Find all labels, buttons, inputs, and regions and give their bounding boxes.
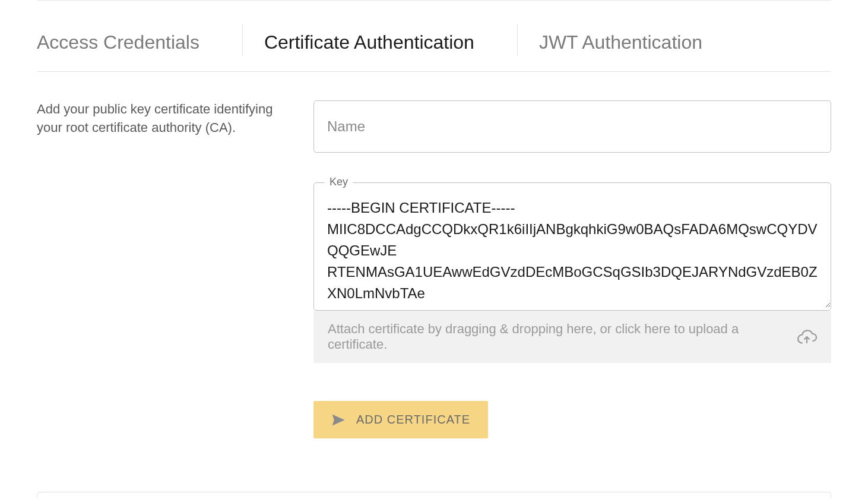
add-certificate-label: ADD CERTIFICATE — [356, 413, 470, 427]
bottom-panel-edge — [37, 492, 831, 498]
tab-separator — [242, 24, 243, 56]
form-description: Add your public key certificate identify… — [37, 100, 285, 137]
key-label: Key — [325, 176, 353, 188]
top-divider — [37, 0, 831, 1]
tab-certificate-authentication[interactable]: Certificate Authentication — [264, 31, 496, 67]
certificate-form: Add your public key certificate identify… — [37, 72, 831, 438]
certificate-key-textarea[interactable] — [314, 183, 831, 308]
certificate-dropzone[interactable]: Attach certificate by dragging & droppin… — [313, 311, 831, 363]
send-icon — [331, 413, 346, 427]
dropzone-text: Attach certificate by dragging & droppin… — [328, 321, 797, 352]
tab-access-credentials[interactable]: Access Credentials — [37, 31, 221, 67]
certificate-name-input[interactable] — [313, 100, 831, 153]
tab-separator — [517, 24, 518, 56]
add-certificate-button[interactable]: ADD CERTIFICATE — [313, 401, 488, 438]
key-fieldset: Key — [313, 182, 831, 311]
auth-tabs: Access Credentials Certificate Authentic… — [37, 26, 831, 72]
tab-jwt-authentication[interactable]: JWT Authentication — [539, 31, 724, 67]
cloud-upload-icon — [797, 329, 817, 345]
